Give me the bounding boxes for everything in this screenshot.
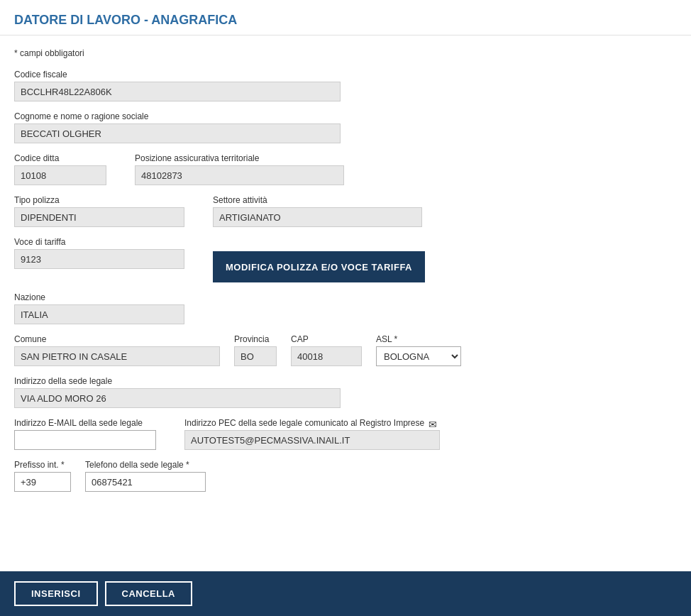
polizza-settore-row: Tipo polizza Settore attività: [14, 195, 677, 227]
pec-label: Indirizzo PEC della sede legale comunica…: [184, 418, 424, 428]
form-area: * campi obbligatori Codice fiscale Cogno…: [0, 35, 691, 564]
codice-ditta-input[interactable]: [14, 165, 106, 185]
provincia-label: Provincia: [234, 334, 277, 344]
page-title: DATORE DI LAVORO - ANAGRAFICA: [0, 0, 691, 35]
settore-attivita-label: Settore attività: [213, 195, 422, 205]
codice-fiscale-input[interactable]: [14, 82, 341, 101]
voce-tariffa-col: Voce di tariffa: [14, 237, 184, 269]
comune-input[interactable]: [14, 346, 220, 366]
cap-input[interactable]: [291, 346, 362, 366]
pec-input[interactable]: [184, 430, 440, 450]
prefisso-telefono-row: Prefisso int. * Telefono della sede lega…: [14, 460, 677, 492]
posizione-assicurativa-label: Posizione assicurativa territoriale: [135, 153, 344, 163]
prefisso-col: Prefisso int. *: [14, 460, 71, 492]
cognome-nome-section: Cognome e nome o ragione sociale: [14, 111, 677, 143]
asl-col: ASL * BOLOGNA FERRARA MODENA PARMA RAVEN…: [376, 334, 461, 366]
comune-col: Comune: [14, 334, 220, 366]
page-wrapper: DATORE DI LAVORO - ANAGRAFICA * campi ob…: [0, 0, 691, 616]
settore-attivita-col: Settore attività: [213, 195, 422, 227]
comune-label: Comune: [14, 334, 220, 344]
ditta-posizione-row: Codice ditta Posizione assicurativa terr…: [14, 153, 677, 185]
email-pec-row: Indirizzo E-MAIL della sede legale Indir…: [14, 418, 677, 450]
provincia-input[interactable]: [234, 346, 277, 366]
tariffa-modifica-row: Voce di tariffa MODIFICA POLIZZA E/O VOC…: [14, 237, 677, 282]
voce-tariffa-input[interactable]: [14, 249, 184, 269]
tipo-polizza-label: Tipo polizza: [14, 195, 184, 205]
tipo-polizza-col: Tipo polizza: [14, 195, 184, 227]
inserisci-button[interactable]: INSERISCI: [14, 581, 98, 606]
codice-fiscale-label: Codice fiscale: [14, 70, 677, 79]
indirizzo-sede-input[interactable]: [14, 388, 341, 408]
posizione-assicurativa-input[interactable]: [135, 165, 344, 185]
nazione-section: Nazione: [14, 292, 677, 324]
pec-email-icon: ✉: [429, 419, 437, 430]
email-col: Indirizzo E-MAIL della sede legale: [14, 418, 156, 450]
cognome-nome-label: Cognome e nome o ragione sociale: [14, 111, 677, 121]
settore-attivita-input[interactable]: [213, 207, 422, 227]
codice-ditta-label: Codice ditta: [14, 153, 106, 163]
prefisso-label: Prefisso int. *: [14, 460, 71, 470]
tipo-polizza-input[interactable]: [14, 207, 184, 227]
email-label: Indirizzo E-MAIL della sede legale: [14, 418, 156, 428]
footer-bar: INSERISCI CANCELLA: [0, 571, 691, 616]
telefono-input[interactable]: [85, 472, 206, 492]
btn-modifica-col: MODIFICA POLIZZA E/O VOCE TARIFFA: [213, 237, 425, 282]
asl-select[interactable]: BOLOGNA FERRARA MODENA PARMA RAVENNA RIM…: [376, 346, 461, 366]
pec-label-row: Indirizzo PEC della sede legale comunica…: [184, 418, 440, 430]
nazione-label: Nazione: [14, 292, 677, 302]
asl-label: ASL *: [376, 334, 461, 344]
indirizzo-sede-label: Indirizzo della sede legale: [14, 376, 677, 386]
indirizzo-sede-section: Indirizzo della sede legale: [14, 376, 677, 408]
cap-label: CAP: [291, 334, 362, 344]
posizione-assicurativa-col: Posizione assicurativa territoriale: [135, 153, 344, 185]
cap-col: CAP: [291, 334, 362, 366]
modifica-polizza-button[interactable]: MODIFICA POLIZZA E/O VOCE TARIFFA: [213, 251, 425, 282]
cognome-nome-input[interactable]: [14, 123, 341, 143]
cancella-button[interactable]: CANCELLA: [105, 581, 193, 606]
codice-fiscale-section: Codice fiscale: [14, 70, 677, 101]
provincia-col: Provincia: [234, 334, 277, 366]
telefono-col: Telefono della sede legale *: [85, 460, 206, 492]
comune-prov-cap-asl-row: Comune Provincia CAP ASL * BOLOGNA FERRA…: [14, 334, 677, 366]
voce-tariffa-label: Voce di tariffa: [14, 237, 184, 247]
nazione-input[interactable]: [14, 304, 184, 324]
prefisso-input[interactable]: [14, 472, 71, 492]
pec-col: Indirizzo PEC della sede legale comunica…: [184, 418, 440, 450]
required-note: * campi obbligatori: [14, 48, 677, 58]
telefono-label: Telefono della sede legale *: [85, 460, 206, 470]
email-input[interactable]: [14, 430, 156, 450]
codice-ditta-col: Codice ditta: [14, 153, 106, 185]
